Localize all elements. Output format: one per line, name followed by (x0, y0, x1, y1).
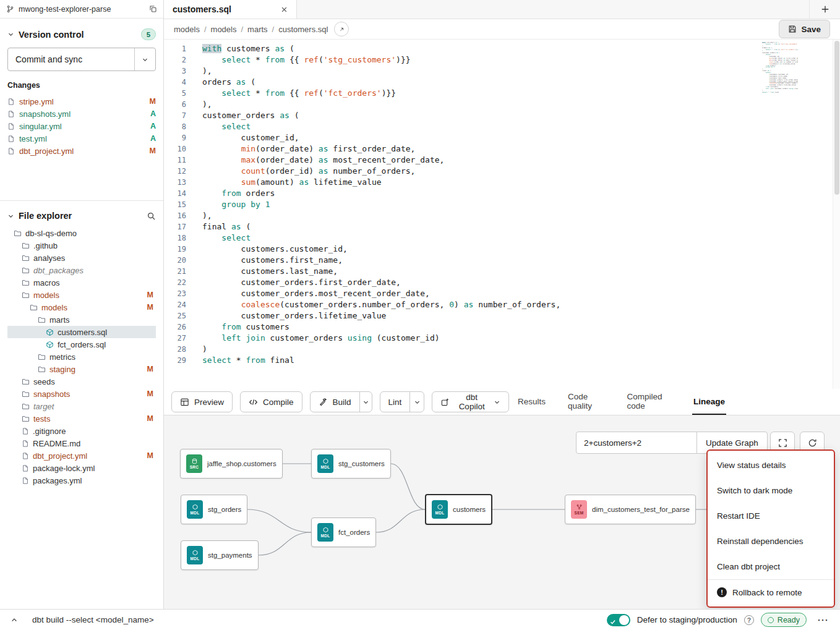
code-line[interactable]: 29select * from final (164, 355, 840, 366)
tree-item-customers-sql[interactable]: customers.sql (7, 326, 156, 338)
code-line[interactable]: 15 group by 1 (164, 199, 840, 210)
code-line[interactable]: 13 sum(amount) as lifetime_value (164, 177, 840, 188)
code-line[interactable]: 25 customer_orders.lifetime_value (164, 310, 840, 321)
tree-item-dbt-packages[interactable]: dbt_packages (7, 264, 156, 276)
tree-item-package-lock-yml[interactable]: package-lock.yml (7, 462, 156, 474)
menu-item-restart-ide[interactable]: Restart IDE (708, 503, 834, 529)
preview-button[interactable]: Preview (171, 391, 233, 412)
code-line[interactable]: 14 from orders (164, 188, 840, 199)
commit-and-sync-button[interactable]: Commit and sync (8, 48, 134, 70)
tree-item-dbt-project-yml[interactable]: dbt_project.ymlM (7, 449, 156, 462)
new-tab-button[interactable] (809, 0, 840, 19)
menu-item-reinstall-dependencies[interactable]: Reinstall dependencies (708, 529, 834, 554)
code-line[interactable]: 22 customer_orders.first_order_date, (164, 277, 840, 288)
lineage-selector-input[interactable] (576, 432, 697, 454)
code-editor[interactable]: 1with customers as (2 select * from {{ r… (164, 40, 840, 389)
tree-item-macros[interactable]: macros (7, 276, 156, 289)
expand-command-button[interactable] (7, 613, 21, 627)
build-dropdown-button[interactable] (359, 392, 372, 412)
code-line[interactable]: 24 coalesce(customer_orders.number_of_or… (164, 299, 840, 310)
code-line[interactable]: 20 customers.first_name, (164, 255, 840, 266)
tree-item-readme-md[interactable]: README.md (7, 437, 156, 449)
code-line[interactable]: 17final as ( (164, 221, 840, 232)
code-line[interactable]: 8 select (164, 121, 840, 132)
lineage-node-stg-payments[interactable]: MDLstg_payments (181, 540, 259, 570)
tab-lineage[interactable]: Lineage (692, 389, 726, 415)
copy-icon[interactable] (149, 5, 157, 13)
minimap[interactable]: with customers as ( select * from {{ ref… (762, 42, 798, 94)
code-line[interactable]: 16), (164, 210, 840, 221)
code-line[interactable]: 12 count(order_id) as number_of_orders, (164, 166, 840, 177)
lineage-node-fct-orders[interactable]: MDLfct_orders (311, 517, 376, 547)
dbt-copilot-button[interactable]: dbt Copilot (432, 391, 509, 412)
more-options-button[interactable]: ⋯ (813, 613, 833, 627)
build-button[interactable]: Build (311, 392, 359, 412)
lint-button[interactable]: Lint (380, 392, 410, 412)
code-line[interactable]: 1with customers as ( (164, 43, 840, 54)
code-line[interactable]: 28) (164, 344, 840, 355)
tree-item-db-sl-qs-demo[interactable]: db-sl-qs-demo (7, 227, 156, 239)
file-explorer-header[interactable]: File explorer (7, 208, 156, 227)
code-line[interactable]: 11 max(order_date) as most_recent_order_… (164, 155, 840, 166)
tree-item-analyses[interactable]: analyses (7, 252, 156, 264)
tree-item-github[interactable]: .github (7, 239, 156, 252)
code-line[interactable]: 19 customers.customer_id, (164, 244, 840, 255)
breadcrumb-item[interactable]: models (174, 25, 200, 34)
menu-item-rollback-to-remote[interactable]: !Rollback to remote (708, 579, 834, 605)
tree-item-gitignore[interactable]: .gitignore (7, 425, 156, 437)
lineage-node-stg-orders[interactable]: MDLstg_orders (181, 495, 247, 524)
change-row-dbt-project-yml[interactable]: dbt_project.ymlM (7, 145, 156, 157)
lineage-node-stg-customers[interactable]: MDLstg_customers (311, 449, 391, 479)
tree-item-marts[interactable]: marts (7, 313, 156, 326)
tab-results[interactable]: Results (516, 389, 547, 415)
code-line[interactable]: 6), (164, 99, 840, 110)
tree-item-target[interactable]: target (7, 400, 156, 412)
tree-item-seeds[interactable]: seeds (7, 375, 156, 388)
defer-toggle[interactable] (607, 614, 630, 626)
breadcrumb-item[interactable]: models (211, 25, 237, 34)
lineage-node-customers[interactable]: MDLcustomers (425, 494, 492, 525)
scrollbar-thumb[interactable] (834, 41, 839, 195)
breadcrumb-item[interactable]: customers.sql (278, 25, 328, 34)
menu-item-clean-dbt-project[interactable]: Clean dbt project (708, 554, 834, 579)
tab-compiled-code[interactable]: Compiled code (626, 389, 672, 415)
close-icon[interactable] (281, 6, 288, 13)
commit-dropdown-button[interactable] (134, 48, 155, 70)
lineage-node-jaffle-shop-customers[interactable]: SRCjaffle_shop.customers (180, 449, 283, 479)
lineage-node-dim-customers-test-for-parse[interactable]: SEMdim_customers_test_for_parse (565, 495, 696, 524)
code-line[interactable]: 23 customer_orders.most_recent_order_dat… (164, 288, 840, 299)
tree-item-tests[interactable]: testsM (7, 412, 156, 425)
tree-item-packages-yml[interactable]: packages.yml (7, 474, 156, 487)
code-line[interactable]: 3), (164, 66, 840, 77)
code-line[interactable]: 2 select * from {{ ref('stg_customers')}… (164, 54, 840, 66)
tree-item-snapshots[interactable]: snapshotsM (7, 388, 156, 400)
menu-item-view-status-details[interactable]: View status details (708, 453, 834, 478)
code-line[interactable]: 21 customers.last_name, (164, 266, 840, 277)
code-line[interactable]: 18 select (164, 232, 840, 244)
tab-customers-sql[interactable]: customers.sql (164, 0, 297, 19)
save-button[interactable]: Save (779, 20, 830, 38)
tree-item-models[interactable]: modelsM (7, 289, 156, 301)
change-row-snapshots-yml[interactable]: snapshots.ymlA (7, 108, 156, 120)
tree-item-metrics[interactable]: metrics (7, 351, 156, 363)
code-line[interactable]: 7customer_orders as ( (164, 110, 840, 121)
code-line[interactable]: 27 left join customer_orders using (cust… (164, 333, 840, 344)
search-icon[interactable] (147, 211, 156, 221)
tree-item-models[interactable]: modelsM (7, 301, 156, 313)
compile-button[interactable]: Compile (240, 391, 302, 412)
tree-item-fct-orders-sql[interactable]: fct_orders.sql (7, 338, 156, 351)
version-control-header[interactable]: Version control 5 (7, 26, 156, 48)
change-row-singular-yml[interactable]: singular.ymlA (7, 120, 156, 132)
code-line[interactable]: 5 select * from {{ ref('fct_orders')}} (164, 88, 840, 99)
help-icon[interactable]: ? (744, 615, 754, 625)
status-badge[interactable]: Ready (761, 613, 807, 627)
lint-dropdown-button[interactable] (409, 392, 424, 412)
command-input[interactable]: dbt build --select <model_name> (32, 615, 154, 624)
code-line[interactable]: 26 from customers (164, 321, 840, 333)
change-row-stripe-yml[interactable]: stripe.ymlM (7, 95, 156, 108)
code-line[interactable]: 4orders as ( (164, 77, 840, 88)
code-line[interactable]: 10 min(order_date) as first_order_date, (164, 143, 840, 155)
locate-in-tree-button[interactable] (334, 22, 349, 36)
change-row-test-yml[interactable]: test.ymlA (7, 132, 156, 145)
menu-item-switch-to-dark-mode[interactable]: Switch to dark mode (708, 478, 834, 503)
